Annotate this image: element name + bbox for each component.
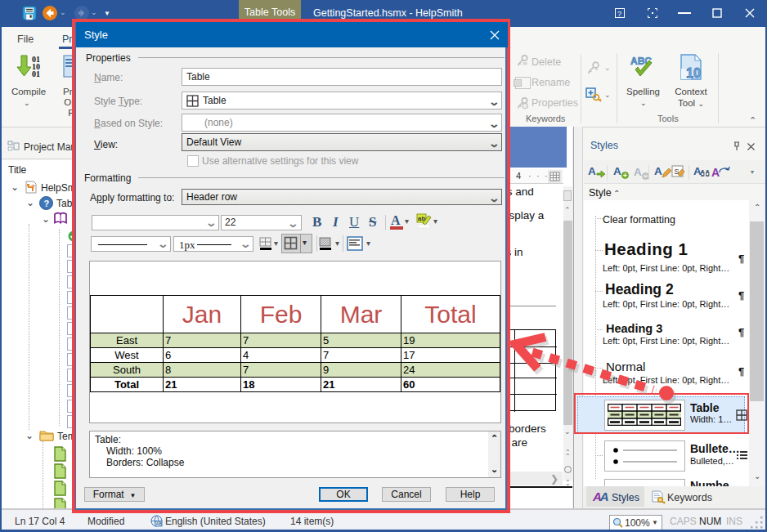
svg-text:?: ? (44, 199, 50, 208)
svg-text:?: ? (31, 183, 35, 190)
svg-text:AB: AB (156, 521, 163, 526)
svg-text:?: ? (617, 10, 621, 18)
svg-text:01: 01 (32, 69, 40, 78)
svg-text:10: 10 (686, 66, 701, 80)
